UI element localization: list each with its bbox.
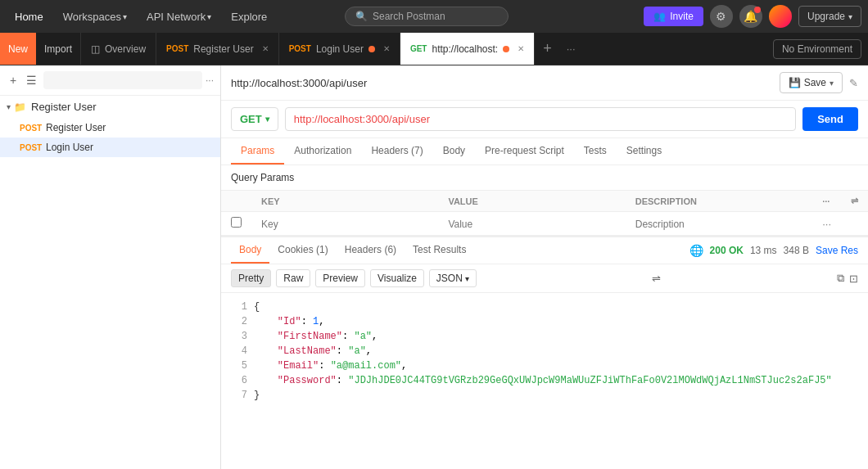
tab-login-user[interactable]: POST Login User ✕	[279, 33, 400, 65]
upgrade-button[interactable]: Upgrade ▾	[798, 6, 861, 27]
params-empty-row: ···	[221, 212, 868, 236]
tab-close-login[interactable]: ✕	[383, 44, 390, 53]
params-key-cell	[251, 212, 438, 236]
resp-tab-headers[interactable]: Headers (6)	[337, 237, 405, 264]
resp-tab-body[interactable]: Body	[231, 237, 269, 264]
tab-close-register[interactable]: ✕	[262, 44, 269, 53]
sidebar-item-label-register: Register User	[46, 122, 106, 133]
globe-icon-button[interactable]: 🌐	[689, 244, 703, 257]
filter-icon-button[interactable]: ⇌	[652, 273, 661, 285]
sidebar-new-button[interactable]: +	[7, 70, 20, 90]
resp-tab-test-results[interactable]: Test Results	[405, 237, 474, 264]
tabs-more-button[interactable]: ···	[560, 43, 582, 55]
sidebar-search-input[interactable]	[43, 71, 202, 89]
search-icon: 🔍	[355, 11, 368, 22]
invite-icon: 👥	[653, 11, 666, 22]
method-selector[interactable]: GET ▾	[231, 107, 278, 131]
req-tab-params[interactable]: Params	[231, 138, 284, 165]
sidebar-method-post-register: POST	[20, 124, 46, 133]
params-empty-checkbox[interactable]	[221, 212, 251, 236]
response-body-format-bar: Pretty Raw Preview Visualize JSON ▾ ⇌ ⧉ …	[221, 264, 868, 293]
params-desc-input[interactable]	[635, 219, 802, 230]
sidebar-item-login-user[interactable]: POST Login User	[0, 138, 220, 157]
sidebar: + ☰ ··· ▾ 📁 Register User POST Register …	[0, 65, 221, 469]
resp-tab-cookies[interactable]: Cookies (1)	[269, 237, 336, 264]
nav-workspaces[interactable]: Workspaces ▾	[55, 7, 135, 26]
save-response-button[interactable]: Save Res	[816, 245, 858, 256]
import-button[interactable]: Import	[36, 33, 80, 65]
method-chevron-icon: ▾	[265, 115, 269, 124]
params-checkbox-header	[221, 191, 251, 212]
edit-button[interactable]: ✎	[849, 77, 858, 89]
collection-name: Register User	[31, 101, 96, 113]
tab-register-user[interactable]: POST Register User ✕	[156, 33, 279, 65]
req-tab-authorization[interactable]: Authorization	[284, 138, 361, 165]
copy-icon-button[interactable]: ⧉	[837, 272, 844, 285]
format-preview-button[interactable]: Preview	[315, 269, 365, 287]
params-row-more[interactable]: ···	[812, 212, 841, 236]
req-tab-tests[interactable]: Tests	[574, 138, 617, 165]
sidebar-menu-button[interactable]: ☰	[23, 70, 40, 90]
avatar[interactable]	[769, 5, 792, 28]
req-tab-body[interactable]: Body	[433, 138, 475, 165]
settings-button[interactable]: ⚙	[710, 5, 733, 28]
collection-expand-icon: ▾	[7, 102, 11, 111]
params-value-cell	[438, 212, 625, 236]
params-key-input[interactable]	[261, 219, 428, 230]
tab-dot-get	[503, 46, 509, 52]
response-tabs-bar: Body Cookies (1) Headers (6) Test Result…	[221, 236, 868, 264]
collection-folder-icon: 📁	[14, 101, 26, 113]
sidebar-item-register-user[interactable]: POST Register User	[0, 118, 220, 138]
code-line-5: 5 "Email": "a@mail.com",	[231, 359, 858, 373]
tab-get-localhost[interactable]: GET http://localhost: ✕	[400, 33, 535, 65]
save-chevron-icon: ▾	[830, 79, 834, 88]
code-line-7: 7 }	[231, 388, 858, 403]
params-row-checkbox[interactable]	[231, 217, 242, 228]
environment-selector[interactable]: No Environment	[773, 39, 861, 59]
url-input[interactable]	[285, 107, 796, 131]
overview-icon: ◫	[91, 43, 100, 55]
req-tab-headers[interactable]: Headers (7)	[361, 138, 432, 165]
status-time: 13 ms	[750, 245, 777, 256]
request-tabs: Params Authorization Headers (7) Body Pr…	[221, 138, 868, 165]
status-size: 348 B	[784, 245, 809, 256]
query-params-label: Query Params	[221, 165, 868, 190]
nav-explore[interactable]: Explore	[223, 7, 275, 26]
wrap-icon-button[interactable]: ⊡	[849, 273, 858, 285]
url-bar: http://localhost:3000/api/user 💾 Save ▾ …	[221, 65, 868, 101]
search-bar[interactable]: 🔍 Search Postman	[345, 7, 509, 26]
collection-header[interactable]: ▾ 📁 Register User	[0, 96, 220, 118]
nav-api-network[interactable]: API Network ▾	[138, 7, 219, 26]
add-tab-button[interactable]: +	[535, 40, 560, 57]
tab-dot-login	[368, 46, 375, 52]
sidebar-content: ▾ 📁 Register User POST Register User POS…	[0, 96, 220, 469]
format-visualize-button[interactable]: Visualize	[370, 269, 424, 287]
nav-home[interactable]: Home	[7, 7, 52, 26]
tab-close-get[interactable]: ✕	[518, 44, 524, 53]
request-url-display: http://localhost:3000/api/user	[231, 77, 773, 89]
new-button[interactable]: New	[0, 33, 36, 65]
tab-method-post-register: POST	[166, 44, 188, 53]
code-line-6: 6 "Password": "JDJhJDE0JC44TG9tVGRzb29Ge…	[231, 373, 858, 388]
code-line-2: 2 "Id": 1,	[231, 314, 858, 329]
req-tab-settings[interactable]: Settings	[617, 138, 671, 165]
format-raw-button[interactable]: Raw	[276, 269, 310, 287]
params-bulk-edit[interactable]: ⇌	[841, 191, 868, 212]
tab-method-post-login: POST	[289, 44, 311, 53]
tab-overview[interactable]: ◫ Overview	[81, 33, 156, 65]
code-line-4: 4 "LastName": "a",	[231, 344, 858, 359]
params-desc-cell	[626, 212, 812, 236]
sidebar-more-button[interactable]: ···	[206, 74, 214, 86]
save-icon: 💾	[789, 77, 801, 88]
notification-dot	[754, 7, 761, 13]
params-value-input[interactable]	[448, 219, 615, 230]
req-tab-pre-request[interactable]: Pre-request Script	[475, 138, 574, 165]
invite-button[interactable]: 👥 Invite	[644, 7, 703, 26]
save-button[interactable]: 💾 Save ▾	[780, 72, 843, 93]
json-chevron-icon: ▾	[465, 274, 469, 283]
send-button[interactable]: Send	[802, 107, 858, 131]
format-pretty-button[interactable]: Pretty	[231, 269, 271, 287]
params-value-header: VALUE	[438, 191, 625, 212]
code-line-1: 1 {	[231, 300, 858, 314]
json-format-selector[interactable]: JSON ▾	[429, 269, 477, 287]
